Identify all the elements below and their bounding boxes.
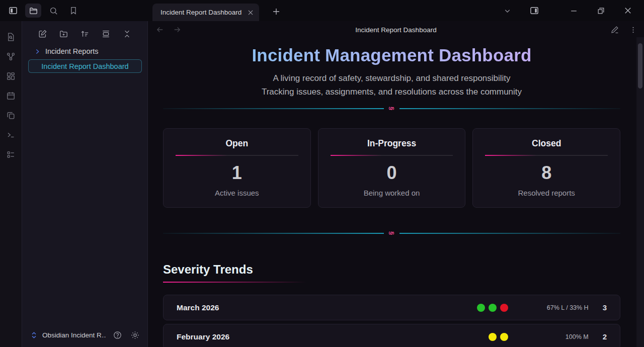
- minimize-icon[interactable]: [566, 4, 582, 18]
- trend-breakdown: 100% M: [523, 333, 589, 340]
- trend-month: February 2026: [177, 332, 489, 341]
- left-sidebar-toggle-icon[interactable]: [5, 4, 21, 18]
- trend-count: 2: [603, 332, 607, 341]
- note-header: Incident Report Dashboard: [148, 21, 644, 38]
- file-item-active[interactable]: Incident Report Dashboard: [28, 59, 142, 73]
- divider-ornament-icon: §: [388, 107, 395, 110]
- vault-switcher-icon[interactable]: [30, 331, 38, 339]
- severity-dot: [477, 304, 485, 312]
- explorer-toolbar: [22, 21, 147, 40]
- left-ribbon-rail: [0, 21, 22, 347]
- files-ribbon-icon[interactable]: [25, 4, 41, 18]
- severity-dot: [489, 304, 497, 312]
- close-icon[interactable]: [620, 4, 636, 18]
- main-pane: Incident Report Dashboard Incident Manag…: [148, 21, 644, 347]
- divider-line: [163, 108, 384, 109]
- tab-close-icon[interactable]: [247, 9, 254, 16]
- folder-label: Incident Reports: [45, 47, 99, 55]
- tab-list-chevron-icon[interactable]: [499, 4, 515, 18]
- titlebar-left-actions: [0, 0, 148, 21]
- explorer-spacer: [22, 73, 147, 326]
- status-cards: Open 1 Active issues In-Progress 0 Being…: [163, 128, 620, 208]
- tab-incident-report-dashboard[interactable]: Incident Report Dashboard: [152, 4, 259, 21]
- chevron-right-icon: [34, 48, 41, 55]
- restore-icon[interactable]: [593, 4, 609, 18]
- tab-title: Incident Report Dashboard: [160, 9, 242, 16]
- templates-icon[interactable]: [4, 109, 19, 122]
- trend-count: 3: [603, 303, 607, 312]
- subtitle-line-1: A living record of safety, stewardship, …: [163, 71, 620, 85]
- severity-dots: [489, 333, 508, 341]
- stat-card-open: Open 1 Active issues: [163, 128, 311, 208]
- trend-month: March 2026: [177, 303, 477, 312]
- scrollbar-track[interactable]: [636, 37, 644, 347]
- new-tab-icon[interactable]: [268, 5, 284, 19]
- right-sidebar-toggle-icon[interactable]: [526, 4, 542, 18]
- severity-dot: [500, 304, 508, 312]
- window-controls: [499, 0, 644, 21]
- stat-card-in-progress: In-Progress 0 Being worked on: [318, 128, 466, 208]
- folder-incident-reports[interactable]: Incident Reports: [22, 40, 147, 55]
- card-label: Resolved reports: [485, 188, 608, 198]
- file-search-icon[interactable]: [4, 30, 19, 43]
- card-accent-rule: [331, 155, 453, 156]
- card-value: 8: [485, 162, 608, 184]
- stat-card-closed: Closed 8 Resolved reports: [472, 128, 620, 208]
- severity-dots: [477, 304, 508, 312]
- trend-row-february-2026[interactable]: February 2026 100% M 2: [163, 324, 620, 347]
- obsidian-window: Incident Report Dashboard: [0, 0, 644, 347]
- calendar-icon[interactable]: [4, 89, 19, 102]
- settings-gear-icon[interactable]: [128, 328, 141, 341]
- card-accent-rule: [176, 155, 298, 156]
- layout-icon[interactable]: [99, 27, 114, 40]
- new-folder-icon[interactable]: [56, 27, 71, 40]
- vault-bar: Obsidian Incident R…: [22, 326, 147, 347]
- file-item-label: Incident Report Dashboard: [41, 62, 128, 70]
- card-label: Active issues: [176, 188, 298, 198]
- scrollbar-thumb[interactable]: [638, 43, 642, 89]
- collapse-all-icon[interactable]: [120, 27, 135, 40]
- card-title: Open: [176, 137, 298, 149]
- more-options-icon[interactable]: [628, 23, 638, 37]
- canvas-icon[interactable]: [4, 69, 19, 82]
- card-label: Being worked on: [331, 188, 453, 198]
- card-accent-rule: [485, 155, 608, 156]
- card-title: In-Progress: [331, 137, 453, 149]
- checklist-icon[interactable]: [4, 148, 19, 161]
- file-explorer-panel: Incident Reports Incident Report Dashboa…: [22, 21, 148, 347]
- section-divider: §: [163, 105, 620, 112]
- search-icon[interactable]: [45, 4, 61, 18]
- severity-trends-heading: Severity Trends: [163, 262, 620, 277]
- card-value: 1: [176, 162, 298, 184]
- severity-dot: [500, 333, 508, 341]
- titlebar: Incident Report Dashboard: [0, 0, 644, 21]
- section-divider: §: [163, 230, 620, 236]
- sort-icon[interactable]: [77, 27, 93, 40]
- edit-pencil-icon[interactable]: [607, 23, 623, 37]
- vault-name[interactable]: Obsidian Incident R…: [42, 331, 106, 339]
- divider-line: [399, 233, 620, 234]
- subtitle-line-2: Tracking issues, assignments, and resolu…: [163, 85, 620, 99]
- note-content: Incident Management Dashboard A living r…: [148, 38, 644, 347]
- severity-trend-list: March 2026 67% L / 33% H 3 February 2026…: [163, 295, 620, 347]
- note-header-title: Incident Report Dashboard: [148, 26, 644, 34]
- divider-ornament-icon: §: [388, 231, 395, 235]
- doc-title: Incident Management Dashboard: [163, 44, 620, 66]
- graph-view-icon[interactable]: [4, 50, 19, 63]
- card-title: Closed: [485, 137, 608, 149]
- bookmark-icon[interactable]: [65, 4, 82, 18]
- trend-breakdown: 67% L / 33% H: [523, 304, 589, 311]
- help-icon[interactable]: [111, 328, 124, 341]
- divider-line: [163, 233, 384, 234]
- trend-row-march-2026[interactable]: March 2026 67% L / 33% H 3: [163, 295, 620, 320]
- tab-bar: Incident Report Dashboard: [148, 0, 499, 21]
- divider-line: [399, 108, 620, 109]
- new-note-icon[interactable]: [35, 27, 50, 40]
- severity-dot: [489, 333, 497, 341]
- card-value: 0: [331, 162, 453, 184]
- heading-accent-rule: [163, 282, 306, 283]
- doc-subtitle: A living record of safety, stewardship, …: [163, 71, 620, 99]
- terminal-icon[interactable]: [4, 128, 19, 141]
